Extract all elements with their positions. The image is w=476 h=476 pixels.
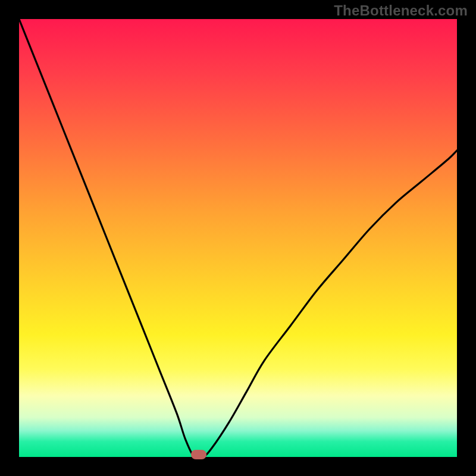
- curve-svg: [19, 19, 457, 457]
- bottleneck-curve-path: [19, 19, 457, 457]
- minimum-marker: [191, 450, 206, 459]
- plot-area: [19, 19, 457, 457]
- chart-frame: TheBottleneck.com: [0, 0, 476, 476]
- watermark-text: TheBottleneck.com: [334, 2, 468, 19]
